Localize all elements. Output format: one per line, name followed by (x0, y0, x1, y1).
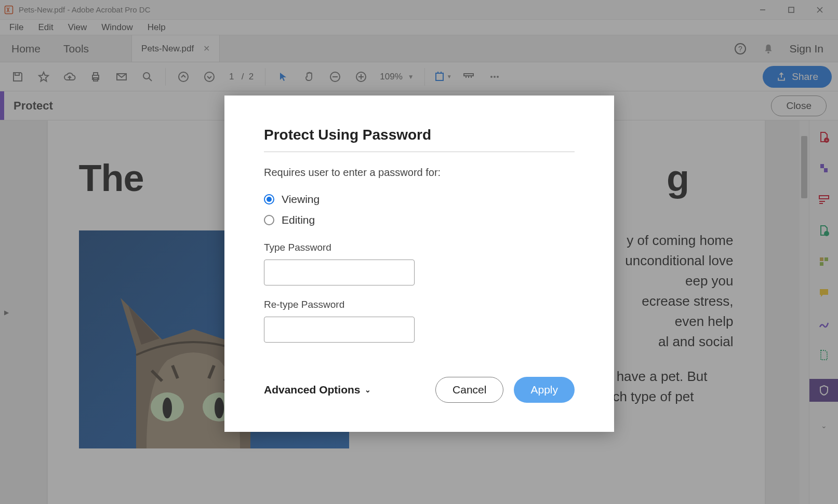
advanced-options-toggle[interactable]: Advanced Options ⌄ (264, 384, 371, 396)
advanced-options-label: Advanced Options (264, 384, 361, 396)
retype-password-label: Re-type Password (264, 299, 575, 310)
apply-button[interactable]: Apply (514, 377, 575, 403)
cancel-button[interactable]: Cancel (435, 377, 503, 403)
radio-dot-icon (264, 194, 274, 205)
radio-editing-label: Editing (282, 214, 315, 226)
type-password-input[interactable] (264, 260, 415, 285)
dialog-title: Protect Using Password (264, 127, 575, 152)
radio-viewing-label: Viewing (282, 193, 320, 206)
radio-editing[interactable]: Editing (264, 214, 575, 226)
chevron-down-icon: ⌄ (365, 386, 371, 394)
dialog-requires-label: Requires user to enter a password for: (264, 167, 575, 179)
protect-password-dialog: Protect Using Password Requires user to … (224, 96, 614, 432)
retype-password-input[interactable] (264, 317, 415, 343)
radio-dot-icon (264, 215, 274, 225)
radio-viewing[interactable]: Viewing (264, 193, 575, 206)
type-password-label: Type Password (264, 242, 575, 253)
